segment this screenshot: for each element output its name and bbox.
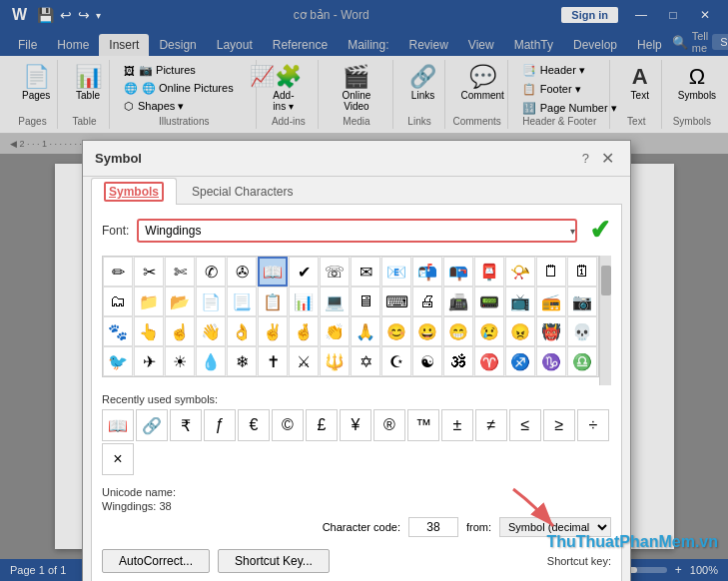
- symbol-cell[interactable]: ♑: [536, 346, 566, 376]
- dialog-title-text: Symbol: [95, 151, 142, 166]
- symbol-cell[interactable]: 🔱: [320, 346, 350, 376]
- symbol-cell[interactable]: 📟: [474, 287, 504, 316]
- symbol-cell[interactable]: ✝: [258, 346, 288, 376]
- symbol-cell[interactable]: 🤞: [289, 316, 319, 346]
- symbol-cell[interactable]: 📬: [412, 257, 442, 287]
- unicode-name-value: Wingdings: 38: [102, 500, 172, 512]
- recent-cell[interactable]: 📖: [102, 409, 134, 441]
- symbol-cell[interactable]: ✂: [134, 257, 164, 287]
- recent-cell[interactable]: ¥: [340, 409, 371, 441]
- recent-cell[interactable]: ≠: [475, 409, 507, 441]
- recent-cell[interactable]: ₹: [170, 409, 202, 441]
- symbol-cell[interactable]: ✉: [351, 257, 380, 287]
- symbol-cell[interactable]: ✇: [227, 257, 257, 287]
- symbol-cell[interactable]: 📻: [536, 287, 566, 316]
- from-select[interactable]: Symbol (decimal: [499, 517, 611, 537]
- symbol-cell[interactable]: ✄: [165, 257, 195, 287]
- recent-cell[interactable]: ™: [407, 409, 439, 441]
- symbol-cell[interactable]: 😢: [474, 316, 504, 346]
- dialog-close-button[interactable]: ✕: [597, 149, 618, 168]
- symbol-cell[interactable]: ✔: [289, 257, 319, 287]
- symbol-cell[interactable]: 🖨: [412, 287, 442, 316]
- symbol-cell[interactable]: 😁: [443, 316, 473, 346]
- recent-cell[interactable]: £: [306, 409, 338, 441]
- symbol-cell[interactable]: 💧: [196, 346, 226, 376]
- from-label: from:: [466, 521, 491, 533]
- symbol-cell[interactable]: ♈: [474, 346, 504, 376]
- symbol-cell[interactable]: ☝: [165, 316, 195, 346]
- symbol-cell[interactable]: 🗓: [567, 257, 597, 287]
- recent-cell[interactable]: ≥: [543, 409, 575, 441]
- symbol-cell[interactable]: 💀: [567, 316, 597, 346]
- symbol-cell[interactable]: 📮: [474, 257, 504, 287]
- unicode-name-label: Unicode name:: [102, 486, 176, 498]
- symbol-cell[interactable]: 📭: [443, 257, 473, 287]
- font-dropdown-arrow[interactable]: ▾: [570, 225, 575, 236]
- symbol-cell[interactable]: 🐦: [103, 346, 133, 376]
- symbol-cell[interactable]: 📊: [289, 287, 319, 316]
- symbol-cell[interactable]: 🕉: [443, 346, 473, 376]
- recent-cell[interactable]: ±: [441, 409, 473, 441]
- symbol-cell[interactable]: ☀: [165, 346, 195, 376]
- shortcut-key-button[interactable]: Shortcut Key...: [218, 549, 330, 573]
- recent-cell[interactable]: ≤: [509, 409, 541, 441]
- symbol-cell[interactable]: ✈: [134, 346, 164, 376]
- recent-cell[interactable]: ®: [373, 409, 405, 441]
- symbol-cell[interactable]: 👆: [134, 316, 164, 346]
- symbol-cell[interactable]: 👹: [536, 316, 566, 346]
- recent-cell[interactable]: €: [238, 409, 270, 441]
- symbol-cell[interactable]: ✡: [351, 346, 380, 376]
- symbol-cell[interactable]: ❄: [227, 346, 257, 376]
- symbol-cell[interactable]: ☪: [381, 346, 411, 376]
- symbol-cell[interactable]: 👋: [196, 316, 226, 346]
- symbol-cell[interactable]: 👌: [227, 316, 257, 346]
- symbol-cell[interactable]: 🐾: [103, 316, 133, 346]
- symbol-cell[interactable]: 😊: [381, 316, 411, 346]
- recently-used-section: Recently used symbols: 📖 🔗 ₹ ƒ € © £ ¥ ®…: [102, 393, 611, 475]
- symbol-cell[interactable]: ✏: [103, 257, 133, 287]
- symbol-cell[interactable]: 📃: [227, 287, 257, 316]
- symbol-cell[interactable]: 📋: [258, 287, 288, 316]
- dialog-help-button[interactable]: ?: [578, 151, 593, 166]
- symbol-cell[interactable]: 📁: [134, 287, 164, 316]
- symbol-cell[interactable]: ☏: [320, 257, 350, 287]
- autocorrect-button[interactable]: AutoCorrect...: [102, 549, 210, 573]
- symbol-cell[interactable]: 🗒: [536, 257, 566, 287]
- symbol-cell[interactable]: 💻: [320, 287, 350, 316]
- symbol-cell[interactable]: 📯: [505, 257, 535, 287]
- char-code-input[interactable]: [408, 517, 458, 537]
- recent-cell[interactable]: ƒ: [204, 409, 236, 441]
- font-input[interactable]: [137, 219, 577, 243]
- recent-cell[interactable]: ©: [272, 409, 304, 441]
- symbol-cell-selected[interactable]: 📖: [258, 257, 288, 287]
- shortcut-key-right-label: Shortcut key:: [547, 555, 611, 567]
- dialog-overlay: Symbol ? ✕ Symbols Special Characters Fo…: [0, 0, 728, 581]
- symbol-cell[interactable]: 🙏: [351, 316, 380, 346]
- recent-cell[interactable]: 🔗: [136, 409, 168, 441]
- recent-cell[interactable]: ×: [102, 443, 134, 475]
- symbol-cell[interactable]: 📺: [505, 287, 535, 316]
- symbol-cell[interactable]: 👏: [320, 316, 350, 346]
- dialog-main-content: Font: ▾ ✔ ✏ ✂ ✄ ✆ ✇ 📖 ✔: [91, 204, 622, 581]
- symbol-grid-scrollbar[interactable]: [599, 256, 611, 385]
- symbol-cell[interactable]: ⚔: [289, 346, 319, 376]
- symbol-cell[interactable]: ♎: [567, 346, 597, 376]
- symbol-cell[interactable]: ⌨: [381, 287, 411, 316]
- symbol-cell[interactable]: ♐: [505, 346, 535, 376]
- dialog-tab-special-chars[interactable]: Special Characters: [179, 178, 306, 205]
- symbol-cell[interactable]: 📠: [443, 287, 473, 316]
- symbol-cell[interactable]: 😀: [412, 316, 442, 346]
- symbol-cell[interactable]: 📂: [165, 287, 195, 316]
- symbol-cell[interactable]: 📷: [567, 287, 597, 316]
- symbol-cell[interactable]: 🖥: [351, 287, 380, 316]
- symbol-cell[interactable]: 📄: [196, 287, 226, 316]
- dialog-tab-symbols[interactable]: Symbols: [91, 178, 177, 205]
- recent-cell[interactable]: ÷: [577, 409, 609, 441]
- symbol-cell[interactable]: ☯: [412, 346, 442, 376]
- font-row: Font: ▾ ✔: [102, 215, 611, 246]
- symbol-cell[interactable]: 🗂: [103, 287, 133, 316]
- symbol-cell[interactable]: ✌: [258, 316, 288, 346]
- symbol-cell[interactable]: 😠: [505, 316, 535, 346]
- symbol-cell[interactable]: 📧: [381, 257, 411, 287]
- symbol-cell[interactable]: ✆: [196, 257, 226, 287]
